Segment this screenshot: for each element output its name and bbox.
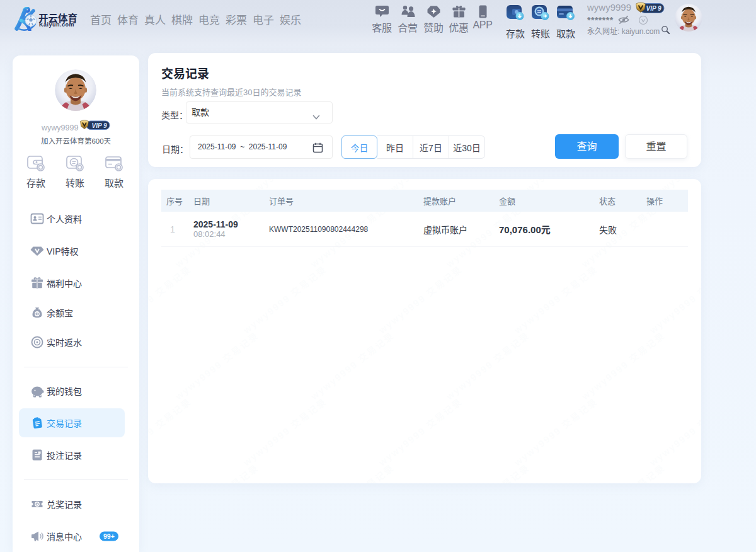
svg-text:VIP 9: VIP 9 [646,5,662,12]
svg-text:VIP 9: VIP 9 [92,122,108,129]
